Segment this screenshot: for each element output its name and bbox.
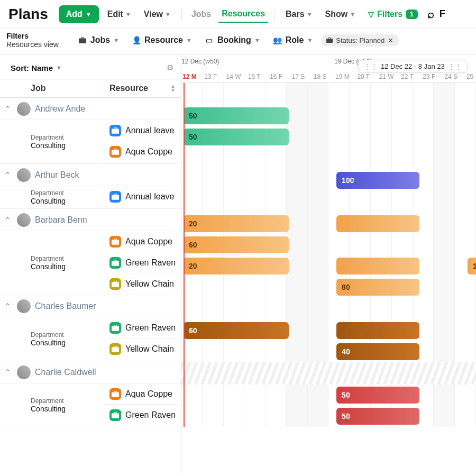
job-row[interactable]: Annual leave [104, 186, 181, 207]
job-row[interactable]: Aqua Coppe [104, 383, 181, 405]
filters-count-badge: 1 [406, 10, 418, 19]
chevron-down-icon: ▼ [307, 37, 313, 43]
search-icon[interactable]: ⌕ [427, 7, 434, 21]
briefcase-icon [109, 125, 121, 136]
column-headers: Job Resource▲▼ [0, 79, 181, 98]
expand-toggle[interactable]: ⌃ [0, 105, 15, 113]
booking-bar[interactable]: 1 [468, 258, 476, 274]
booking-bar[interactable]: 40 [336, 343, 419, 360]
left-pane: Sort: Name▼ ⚙ Job Resource▲▼ ⌃Andrew And… [0, 54, 181, 473]
remove-chip-icon[interactable]: ✕ [388, 36, 393, 44]
briefcase-icon [109, 236, 121, 248]
briefcase-icon [109, 343, 121, 355]
resource-row[interactable]: ⌃Charles Baumer [0, 295, 181, 317]
avatar [17, 168, 31, 182]
job-row[interactable]: Green Raven [104, 252, 181, 273]
booking-bar[interactable] [336, 258, 419, 274]
job-name: Green Raven [125, 258, 176, 268]
avatar [17, 299, 31, 313]
booking-bar[interactable]: 20 [184, 258, 289, 274]
chevron-down-icon: ▼ [125, 11, 131, 17]
filter-jobs[interactable]: Jobs▼ [74, 33, 123, 47]
expand-toggle[interactable]: ⌃ [0, 302, 15, 310]
sort-button[interactable]: Sort: Name▼ [11, 63, 62, 72]
dept-label: Department [31, 397, 104, 405]
resource-name: Arthur Beck [35, 170, 79, 180]
booking-bar[interactable]: 100 [336, 172, 419, 189]
person-icon: 👤 [132, 35, 141, 45]
view-menu[interactable]: View▼ [140, 6, 175, 22]
expand-toggle[interactable]: ⌃ [0, 216, 15, 224]
show-menu[interactable]: Show▼ [321, 6, 360, 22]
col-job-header[interactable]: Job [23, 84, 104, 93]
grip-icon: ⋮⋮ [364, 62, 378, 70]
job-row[interactable]: Yellow Chain [104, 273, 181, 295]
job-row[interactable]: Aqua Coppe [104, 141, 181, 162]
job-row[interactable]: Annual leave [104, 120, 181, 141]
booking-bar[interactable]: 60 [184, 322, 289, 339]
chevron-down-icon: ▼ [86, 11, 91, 17]
date-range-badge[interactable]: ⋮⋮ 12 Dec 22 - 8 Jan 23 ⋮⋮ [358, 60, 468, 73]
edit-menu[interactable]: Edit▼ [103, 6, 135, 22]
brand-title: Plans [8, 6, 48, 23]
resource-row[interactable]: ⌃Arthur Beck [0, 164, 181, 186]
job-name: Annual leave [125, 126, 175, 135]
filter-role[interactable]: 👥Role▼ [269, 33, 317, 47]
tab-resources[interactable]: Resources [218, 6, 268, 23]
job-row[interactable]: Green Raven [104, 317, 181, 338]
dept-row: DepartmentConsultingAqua CoppeGreen Rave… [0, 231, 181, 295]
expand-toggle[interactable]: ⌃ [0, 368, 15, 376]
job-name: Aqua Coppe [125, 237, 172, 246]
resource-name: Charlie Caldwell [35, 368, 96, 377]
bars-menu[interactable]: Bars▼ [281, 6, 316, 22]
status-chip[interactable]: Status: Planned ✕ [321, 34, 399, 47]
booking-icon: ▭ [205, 35, 214, 45]
dept-row: DepartmentConsultingAnnual leave [0, 186, 181, 209]
chevron-down-icon: ▼ [186, 37, 192, 43]
resource-row[interactable]: ⌃Charlie Caldwell [0, 361, 181, 383]
booking-bar[interactable] [336, 215, 419, 232]
booking-bar[interactable]: 80 [336, 279, 419, 296]
booking-bar[interactable]: 20 [184, 215, 289, 232]
expand-toggle[interactable]: ⌃ [0, 171, 15, 179]
chevron-down-icon: ▼ [165, 11, 171, 17]
chevron-down-icon: ▼ [350, 11, 355, 17]
briefcase-icon [326, 36, 333, 44]
chevron-down-icon: ▼ [307, 11, 313, 17]
briefcase-icon [109, 278, 121, 290]
dept-name: Consulting [31, 405, 104, 413]
chevron-down-icon: ▼ [56, 65, 62, 71]
avatar [17, 102, 31, 116]
resource-row[interactable]: ⌃Andrew Ande [0, 98, 181, 120]
booking-bar[interactable]: 50 [184, 107, 289, 124]
booking-bar[interactable]: 50 [336, 408, 419, 425]
briefcase-icon [78, 35, 87, 45]
booking-bar[interactable]: 50 [336, 387, 419, 404]
dept-row: DepartmentConsultingGreen RavenYellow Ch… [0, 317, 181, 361]
resource-row[interactable]: ⌃Barbara Benn [0, 209, 181, 231]
col-resource-header[interactable]: Resource▲▼ [104, 84, 181, 93]
job-name: Aqua Coppe [125, 147, 172, 157]
filter-icon: ▽ [368, 10, 374, 19]
job-row[interactable]: Aqua Coppe [104, 231, 181, 252]
filter-context: Filters Resources view [6, 32, 59, 49]
booking-bar[interactable] [336, 322, 419, 339]
add-button[interactable]: Add▼ [59, 5, 99, 23]
dept-label: Department [31, 255, 104, 262]
briefcase-icon [109, 257, 121, 269]
job-row[interactable]: Green Raven [104, 405, 181, 426]
booking-bar[interactable]: 60 [184, 236, 289, 253]
avatar [17, 213, 31, 227]
filters-button[interactable]: ▽ Filters 1 [368, 10, 418, 19]
grip-icon: ⋮⋮ [448, 62, 462, 70]
booking-bar[interactable]: 50 [184, 129, 289, 145]
dept-row: DepartmentConsultingAnnual leaveAqua Cop… [0, 120, 181, 164]
job-row[interactable]: Yellow Chain [104, 338, 181, 360]
dept-name: Consulting [31, 262, 104, 271]
filter-resource[interactable]: 👤Resource▼ [127, 33, 196, 47]
settings-icon[interactable]: ⚙ [167, 63, 173, 72]
filter-booking[interactable]: ▭Booking▼ [200, 33, 264, 47]
divider [181, 9, 182, 20]
tab-jobs[interactable]: Jobs [188, 6, 214, 22]
dept-name: Consulting [31, 141, 104, 150]
